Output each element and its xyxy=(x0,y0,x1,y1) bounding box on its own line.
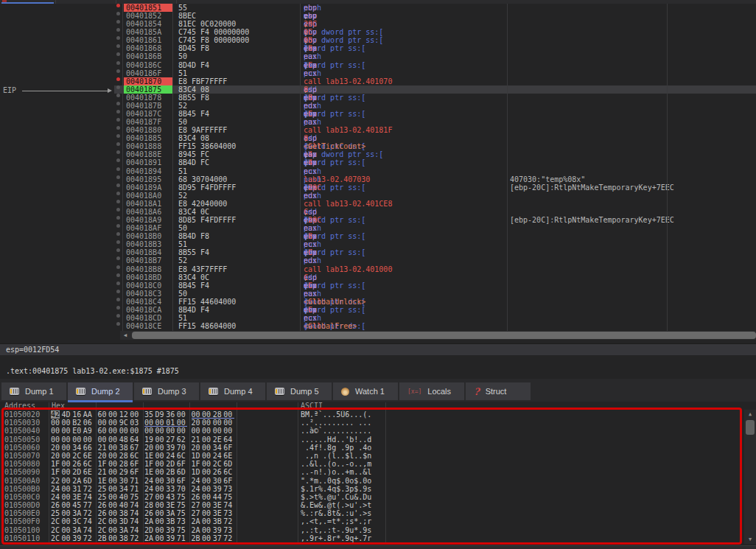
hex-byte[interactable]: 2C xyxy=(213,460,224,468)
hex-byte[interactable]: 00 xyxy=(108,452,119,460)
hex-byte[interactable]: 2A xyxy=(144,534,155,542)
disasm-row[interactable]: 0040186B50push eax xyxy=(0,52,756,60)
breakpoint-dot[interactable] xyxy=(116,232,120,236)
hex-byte[interactable]: 00 xyxy=(213,427,224,435)
hex-byte[interactable]: 00 xyxy=(155,468,167,476)
hex-byte[interactable]: 20 xyxy=(51,444,62,452)
hex-byte[interactable]: 00 xyxy=(223,419,234,427)
address-cell[interactable]: 004018AF xyxy=(124,224,172,232)
hex-byte[interactable]: 24 xyxy=(192,477,203,485)
address-cell[interactable]: 00401891 xyxy=(124,158,172,167)
address-cell[interactable]: 00401868 xyxy=(124,44,172,52)
hex-byte[interactable]: 26 xyxy=(72,460,83,468)
ascii-cell[interactable]: ..&l..(o..-o..,m xyxy=(301,460,371,468)
breakpoint-dot[interactable] xyxy=(116,208,120,211)
hex-byte[interactable]: 00 xyxy=(202,410,213,418)
address-cell[interactable]: 004018CE xyxy=(124,322,172,330)
ascii-cell[interactable]: ......Hd..'b!..d xyxy=(301,436,371,444)
address-cell[interactable]: 00401895 xyxy=(124,175,172,183)
hex-byte[interactable]: 00 xyxy=(62,468,73,476)
breakpoint-dot[interactable] xyxy=(116,44,120,48)
address-cell[interactable]: 0040187C xyxy=(124,110,172,118)
hex-byte[interactable]: 6C xyxy=(83,460,94,468)
hex-byte[interactable]: 00 xyxy=(72,436,83,444)
hex-byte[interactable]: 6F xyxy=(177,477,188,485)
breakpoint-dot[interactable] xyxy=(116,28,120,32)
disasm-row[interactable]: 00401888FF15 38604000call dword ptr ds:[… xyxy=(0,142,756,150)
breakpoint-dot[interactable] xyxy=(116,273,120,277)
hex-byte[interactable]: 39 xyxy=(166,534,177,542)
hex-byte[interactable]: 00 xyxy=(202,534,213,542)
address-cell[interactable]: 00401878 xyxy=(124,94,172,102)
ascii-cell[interactable]: ,.<t,.=t*.;s*.;r xyxy=(301,517,371,525)
hex-byte[interactable]: 2B xyxy=(166,468,177,476)
hex-byte[interactable]: 42 xyxy=(51,410,60,419)
hex-byte[interactable]: 30 xyxy=(166,477,177,485)
hex-byte[interactable]: 74 xyxy=(223,501,234,509)
hex-byte[interactable]: 20 xyxy=(144,444,155,452)
breakpoint-dot[interactable] xyxy=(116,12,120,15)
hex-byte[interactable]: E0 xyxy=(72,427,83,435)
tab-dump-2[interactable]: Dump 2 xyxy=(68,382,133,400)
hex-byte[interactable]: 3B xyxy=(166,517,177,525)
hex-byte[interactable]: 06 xyxy=(83,419,94,427)
hex-byte[interactable]: 00 xyxy=(202,460,213,468)
disasm-row[interactable]: 00401861C745 F8 00000000mov dword ptr ss… xyxy=(0,36,756,44)
hex-byte[interactable]: 21 xyxy=(192,436,203,444)
hex-byte[interactable]: 24 xyxy=(213,452,224,460)
hex-byte[interactable]: 30 xyxy=(119,477,130,485)
address-cell[interactable]: 004018C4 xyxy=(124,298,172,306)
hex-byte[interactable]: 73 xyxy=(223,509,234,517)
hex-byte[interactable]: 39 xyxy=(166,444,177,452)
disasm-row[interactable]: 0040187B52push edx xyxy=(0,102,756,110)
hex-byte[interactable]: 6F xyxy=(177,460,188,468)
hex-byte[interactable]: 00 xyxy=(202,485,213,493)
hex-byte[interactable]: 36 xyxy=(166,410,177,419)
hex-byte[interactable]: 3E xyxy=(213,509,224,517)
disasm-row[interactable]: 0040189568 30704000push lab13-02.4070304… xyxy=(0,175,756,183)
hex-byte[interactable]: 00 xyxy=(223,410,234,418)
disasm-row[interactable]: 004018B8E8 43F7FFFFcall lab13-02.401000 xyxy=(0,265,756,273)
hex-byte[interactable]: 00 xyxy=(155,534,167,542)
disasm-row[interactable]: 004018918B4D FCmov ecx,dword ptr ss:[ebp… xyxy=(0,158,756,167)
ascii-cell[interactable]: $.>t%.@u'.Cu&.Du xyxy=(301,493,371,501)
address-cell[interactable]: 004018C3 xyxy=(124,290,172,298)
ascii-cell[interactable]: ,.9r+.8r*.9q+.7r xyxy=(301,534,371,542)
hex-byte[interactable]: 26 xyxy=(98,501,109,509)
hex-byte[interactable]: 3E xyxy=(213,501,224,509)
hex-byte[interactable]: 00 xyxy=(155,526,167,534)
hex-byte[interactable]: 00 xyxy=(202,427,213,435)
hex-byte[interactable]: 75 xyxy=(223,493,234,501)
disasm-row[interactable]: 004018AF50push eax xyxy=(0,224,756,232)
breakpoint-dot[interactable] xyxy=(116,85,120,89)
hex-byte[interactable]: 00 xyxy=(62,477,73,485)
hex-byte[interactable]: 6F xyxy=(130,468,141,476)
horizontal-scrollbar-thumb[interactable] xyxy=(132,332,756,339)
hex-byte[interactable]: 75 xyxy=(177,493,188,501)
breakpoint-dot[interactable] xyxy=(116,36,120,40)
hex-byte[interactable]: 24 xyxy=(144,485,155,493)
hex-byte[interactable]: 00 xyxy=(155,427,167,435)
hex-byte[interactable]: 00 xyxy=(177,419,188,426)
ascii-cell[interactable]: %.:r&.8t&.:u'.>s xyxy=(301,509,371,517)
disasm-row[interactable]: 0040186F51push ecx xyxy=(0,69,756,77)
hex-byte[interactable]: 38 xyxy=(119,509,130,517)
hex-byte[interactable]: 24 xyxy=(144,477,155,485)
address-cell[interactable]: 00401852 xyxy=(124,12,172,20)
hex-byte[interactable]: 37 xyxy=(213,534,224,542)
hex-byte[interactable]: 26 xyxy=(213,468,224,476)
hex-byte[interactable]: 20 xyxy=(98,452,109,460)
hex-byte[interactable]: 00 xyxy=(108,444,119,452)
hex-byte[interactable]: 6F xyxy=(130,460,141,468)
breakpoint-dot[interactable] xyxy=(116,306,120,310)
hex-byte[interactable]: 01 xyxy=(166,419,177,426)
hex-byte[interactable]: 2A xyxy=(192,526,203,534)
hex-byte[interactable]: 38 xyxy=(119,534,130,542)
hex-byte[interactable]: 00 xyxy=(155,419,167,426)
hex-byte[interactable]: 00 xyxy=(108,477,119,485)
disasm-row[interactable]: 004018688D45 F8lea eax,dword ptr ss:[ebp… xyxy=(0,44,756,52)
hex-byte[interactable]: 73 xyxy=(177,517,188,525)
hex-byte[interactable]: 16 xyxy=(72,410,83,419)
breakpoint-dot[interactable] xyxy=(116,256,120,260)
hex-byte[interactable]: 2C xyxy=(51,517,62,525)
